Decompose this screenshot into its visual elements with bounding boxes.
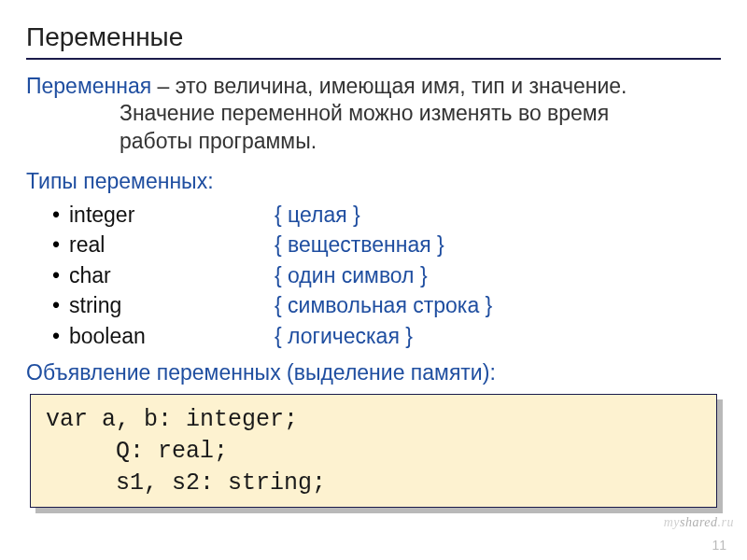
declaration-heading: Объявление переменных (выделение памяти)… [26, 359, 721, 386]
definition-text-1: это величина, имеющая имя, тип и значени… [176, 74, 627, 98]
title-rule [26, 58, 721, 60]
type-row: string { символьная строка } [52, 292, 721, 319]
watermark-part: .ru [718, 515, 734, 529]
code-box: var a, b: integer; Q: real; s1, s2: stri… [30, 394, 717, 507]
code-line: Q: real; [46, 436, 701, 468]
type-name: real [69, 231, 275, 259]
type-row: boolean { логическая } [52, 323, 721, 350]
type-name: string [69, 292, 275, 319]
type-desc: { один символ } [275, 262, 428, 289]
watermark-part: shared [680, 515, 718, 529]
definition-line-1: Переменная – это величина, имеющая имя, … [26, 73, 721, 100]
type-name: char [69, 262, 275, 289]
type-row: integer { целая } [52, 202, 721, 229]
type-desc: { символьная строка } [275, 292, 492, 319]
type-desc: { целая } [275, 202, 360, 229]
code-block: var a, b: integer; Q: real; s1, s2: stri… [30, 394, 717, 507]
slide-body: Переменная – это величина, имеющая имя, … [26, 73, 721, 508]
type-desc: { логическая } [275, 323, 413, 350]
code-line: var a, b: integer; [46, 404, 701, 436]
types-heading: Типы переменных: [26, 168, 721, 195]
definition-term: Переменная [26, 74, 151, 98]
watermark: myshared.ru [664, 515, 734, 530]
code-line: s1, s2: string; [46, 468, 701, 499]
page-number: 11 [712, 538, 726, 553]
definition-text-3: работы программы. [120, 128, 721, 155]
definition-text-2: Значение переменной можно изменять во вр… [120, 100, 721, 127]
definition-sep: – [151, 74, 176, 98]
type-row: char { один символ } [52, 262, 721, 289]
definition-block: Переменная – это величина, имеющая имя, … [26, 73, 721, 155]
type-name: boolean [69, 323, 275, 350]
slide: Переменные Переменная – это величина, им… [0, 0, 747, 560]
type-row: real { вещественная } [52, 231, 721, 259]
type-desc: { вещественная } [275, 231, 444, 259]
slide-title: Переменные [26, 22, 721, 52]
types-list: integer { целая } real { вещественная } … [52, 202, 721, 350]
type-name: integer [69, 202, 275, 229]
watermark-part: my [664, 515, 680, 529]
